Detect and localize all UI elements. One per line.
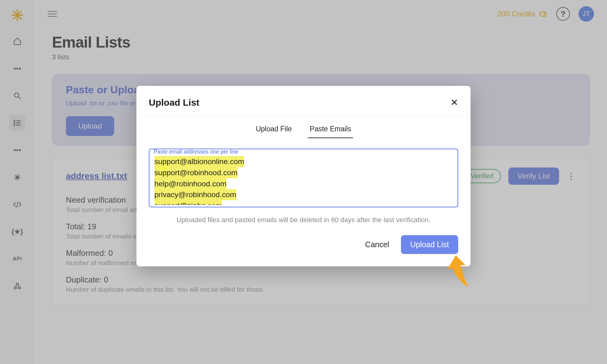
- paste-emails-field: Paste email addresses one per line suppo…: [149, 149, 458, 207]
- upload-list-button[interactable]: Upload List: [401, 235, 458, 254]
- textarea-label: Paste email addresses one per line: [154, 149, 238, 155]
- tab-upload-file[interactable]: Upload File: [254, 125, 294, 138]
- upload-list-modal: Upload List ✕ Upload File Paste Emails P…: [136, 86, 471, 266]
- cancel-button[interactable]: Cancel: [365, 240, 389, 249]
- annotation-arrow-icon: [446, 255, 471, 289]
- retention-note: Uploaded files and pasted emails will be…: [149, 216, 458, 224]
- paste-emails-textarea[interactable]: support@albiononline.comsupport@robinhoo…: [151, 150, 456, 205]
- modal-tabs: Upload File Paste Emails: [149, 125, 458, 138]
- tab-paste-emails[interactable]: Paste Emails: [308, 125, 353, 138]
- modal-title: Upload List: [149, 97, 199, 108]
- modal-scrim[interactable]: Upload List ✕ Upload File Paste Emails P…: [0, 0, 607, 364]
- close-icon[interactable]: ✕: [450, 97, 458, 108]
